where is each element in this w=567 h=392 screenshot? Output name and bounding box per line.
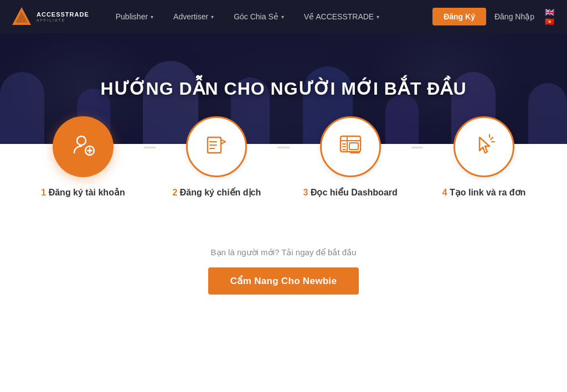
flag-en[interactable]: 🇬🇧	[543, 8, 556, 16]
chevron-down-icon: ▾	[211, 14, 214, 20]
step-connector-2	[277, 147, 289, 148]
svg-rect-16	[349, 143, 358, 149]
logo-icon	[11, 6, 32, 27]
newbie-subtitle: Bạn là người mới? Tải ngay để bắt đầu	[211, 247, 357, 257]
logo-subtext: AFFILIATE	[37, 18, 89, 22]
step-2-circle	[186, 116, 247, 177]
step-4-label: 4 Tạo link và ra đơn	[442, 187, 526, 198]
flag-vn[interactable]: 🇻🇳	[543, 18, 556, 25]
logo-text: ACCESSTRADE	[37, 11, 89, 18]
step-3-circle	[320, 116, 381, 177]
logo[interactable]: ACCESSTRADE AFFILIATE	[11, 6, 89, 27]
nav-ve-accesstrade[interactable]: Về ACCESSTRADE ▾	[294, 0, 389, 33]
step-3-label: 3 Đọc hiểu Dashboard	[303, 187, 398, 198]
steps-row: 1 Đăng ký tài khoản 2 Đăng ký chiến d	[22, 116, 545, 198]
svg-line-19	[491, 137, 493, 140]
nav-menu: Publisher ▾ Advertiser ▾ Góc Chia Sẻ ▾ V…	[106, 0, 432, 33]
link-icon	[471, 132, 497, 162]
nav-right: Đăng Ký Đăng Nhập 🇬🇧 🇻🇳	[432, 8, 556, 25]
steps-section: 1 Đăng ký tài khoản 2 Đăng ký chiến d	[0, 144, 567, 231]
register-button[interactable]: Đăng Ký	[432, 8, 486, 25]
step-1: 1 Đăng ký tài khoản	[22, 116, 144, 198]
step-4: 4 Tạo link và ra đơn	[423, 116, 545, 198]
step-2-label: 2 Đăng ký chiến dịch	[172, 187, 261, 198]
step-1-circle	[53, 116, 114, 177]
register-icon	[70, 132, 96, 162]
chevron-down-icon: ▾	[377, 14, 379, 20]
newbie-section: Bạn là người mới? Tải ngay để bắt đầu Cẩ…	[0, 231, 567, 322]
chevron-down-icon: ▾	[151, 14, 153, 20]
hero-title: HƯỚNG DẪN CHO NGƯỜI MỚI BẮT ĐẦU	[100, 78, 466, 99]
dashboard-icon	[337, 132, 364, 162]
newbie-button[interactable]: Cẩm Nang Cho Newbie	[208, 267, 359, 295]
step-3: 3 Đọc hiểu Dashboard	[290, 116, 411, 198]
language-switcher[interactable]: 🇬🇧 🇻🇳	[543, 8, 556, 25]
step-4-circle	[453, 116, 514, 177]
svg-point-2	[77, 136, 86, 145]
campaign-icon	[203, 132, 230, 162]
step-connector-3	[411, 147, 423, 148]
step-1-label: 1 Đăng ký tài khoản	[41, 187, 125, 198]
step-connector-1	[144, 147, 156, 148]
login-button[interactable]: Đăng Nhập	[494, 12, 534, 21]
chevron-down-icon: ▾	[281, 14, 284, 20]
step-2: 2 Đăng ký chiến dịch	[156, 116, 277, 198]
nav-goc-chia-se[interactable]: Góc Chia Sẻ ▾	[224, 0, 294, 33]
navbar: ACCESSTRADE AFFILIATE Publisher ▾ Advert…	[0, 0, 567, 33]
nav-advertiser[interactable]: Advertiser ▾	[163, 0, 224, 33]
nav-publisher[interactable]: Publisher ▾	[106, 0, 163, 33]
